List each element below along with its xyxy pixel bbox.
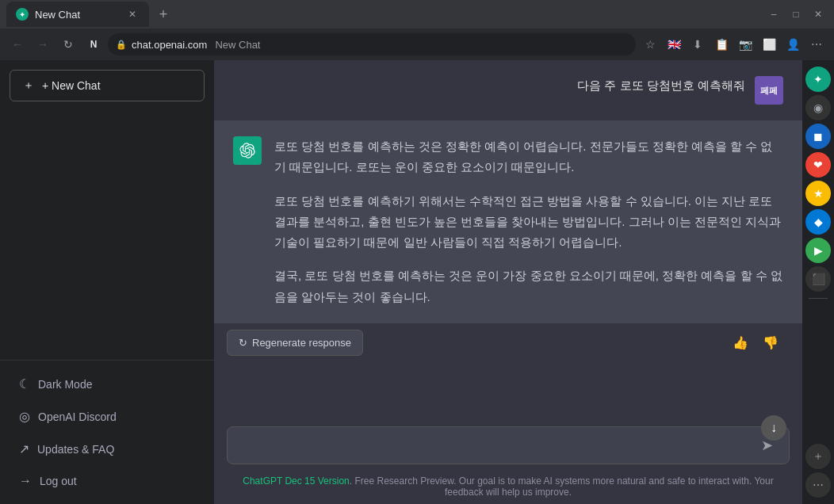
refresh-button[interactable]: ↻ (57, 33, 79, 55)
user-avatar: 페페 (755, 76, 783, 105)
forward-button[interactable]: → (32, 33, 54, 55)
footer-text: ChatGPT Dec 15 Version. Free Research Pr… (214, 471, 802, 504)
right-panel-app4-icon[interactable]: ❤ (805, 152, 831, 178)
version-link[interactable]: ChatGPT Dec 15 Version (243, 475, 350, 487)
maximize-button[interactable]: □ (786, 5, 805, 24)
user-message-row: 페페 다음 주 로또 당첨번호 예측해줘 (214, 60, 802, 120)
ai-paragraph-3: 결국, 로또 당첨 번호를 예측하는 것은 운이 가장 중요한 요소이기 때문에… (274, 265, 783, 307)
right-panel-app6-icon[interactable]: ◆ (805, 209, 831, 235)
tab-favicon-icon: ✦ (16, 8, 29, 21)
main-chat-area: 페페 다음 주 로또 당첨번호 예측해줘 로또 당첨 번호를 예측하는 것은 정… (214, 60, 802, 504)
dark-mode-label: Dark Mode (38, 378, 92, 391)
active-tab[interactable]: ✦ New Chat ✕ (6, 2, 149, 27)
regenerate-label: Regenerate response (252, 337, 351, 349)
faq-label: Updates & FAQ (37, 443, 114, 456)
tab-close-button[interactable]: ✕ (125, 7, 140, 21)
vote-area: 👍 👎 (728, 332, 790, 353)
input-wrapper: ➤ (227, 426, 790, 464)
window-controls: – □ ✕ (764, 5, 828, 24)
language-button[interactable]: 🇬🇧 (663, 33, 685, 55)
chat-messages: 페페 다음 주 로또 당첨번호 예측해줘 로또 당첨 번호를 예측하는 것은 정… (214, 60, 802, 420)
discord-label: OpenAI Discord (38, 410, 117, 423)
right-panel-app8-icon[interactable]: ⬛ (805, 266, 831, 292)
user-bubble: 페페 다음 주 로또 당첨번호 예측해줘 (577, 76, 783, 105)
app-container: ＋ + New Chat ☾ Dark Mode ◎ OpenAI Discor… (0, 60, 834, 504)
ai-response-text: 로또 당첨 번호를 예측하는 것은 정확한 예측이 어렵습니다. 전문가들도 정… (274, 136, 783, 307)
actions-row: ↻ Regenerate response 👍 👎 (214, 323, 802, 359)
right-panel-app2-icon[interactable]: ◉ (805, 95, 831, 120)
thumbs-down-button[interactable]: 👎 (758, 332, 783, 353)
nav-right-controls: ☆ 🇬🇧 ⬇ 📋 📷 ⬜ 👤 ⋯ (639, 33, 828, 55)
sidebar-spacer (0, 111, 214, 360)
user-message-text: 다음 주 로또 당첨번호 예측해줘 (577, 76, 745, 95)
openai-logo-icon (239, 143, 255, 158)
thumbs-up-button[interactable]: 👍 (728, 332, 753, 353)
ai-message-inner: 로또 당첨 번호를 예측하는 것은 정확한 예측이 어렵습니다. 전문가들도 정… (233, 136, 783, 307)
address-suffix: New Chat (215, 39, 260, 51)
lock-icon: 🔒 (116, 40, 127, 50)
ai-paragraph-2: 로또 당첨 번호를 예측하기 위해서는 수학적인 접근 방법을 사용할 수 있습… (274, 191, 783, 254)
right-panel-divider (809, 298, 828, 299)
back-button[interactable]: ← (6, 33, 29, 55)
bookmark-star-button[interactable]: ☆ (639, 33, 661, 55)
new-chat-label: + New Chat (42, 79, 101, 92)
scroll-down-button[interactable]: ↓ (761, 415, 786, 441)
right-panel-app3-icon[interactable]: ◼ (805, 124, 831, 149)
discord-icon: ◎ (19, 409, 30, 424)
right-panel-more-icon[interactable]: ⋯ (805, 472, 831, 498)
split-view-button[interactable]: ⬜ (758, 33, 780, 55)
ai-avatar (233, 136, 262, 165)
sidebar-item-faq[interactable]: ↗ Updates & FAQ (6, 433, 208, 464)
right-panel-app7-icon[interactable]: ▶ (805, 238, 831, 263)
sidebar-item-logout[interactable]: → Log out (6, 466, 208, 496)
download-button[interactable]: ⬇ (687, 33, 709, 55)
new-tab-button[interactable]: + (152, 3, 174, 25)
right-panel-add-icon[interactable]: ＋ (805, 444, 831, 469)
logout-label: Log out (40, 475, 77, 487)
regenerate-button[interactable]: ↻ Regenerate response (227, 330, 363, 356)
external-link-icon: ↗ (19, 441, 29, 456)
chat-input[interactable] (237, 436, 755, 455)
profile-button[interactable]: 👤 (782, 33, 804, 55)
screenshot-button[interactable]: 📷 (734, 33, 756, 55)
navigation-bar: ← → ↻ N 🔒 chat.openai.com New Chat ☆ 🇬🇧 … (0, 29, 834, 60)
tab-bar: ✦ New Chat ✕ + – □ ✕ (0, 0, 834, 29)
reading-list-button[interactable]: 📋 (710, 33, 733, 55)
sidebar: ＋ + New Chat ☾ Dark Mode ◎ OpenAI Discor… (0, 60, 214, 504)
tab-title: New Chat (35, 9, 119, 21)
right-panel-app5-icon[interactable]: ★ (805, 181, 831, 206)
right-panel-chatgpt-icon[interactable]: ✦ (805, 67, 831, 92)
dark-mode-icon: ☾ (19, 376, 30, 391)
address-bar[interactable]: 🔒 chat.openai.com New Chat (108, 33, 636, 55)
extensions-button[interactable]: ⋯ (805, 33, 828, 55)
plus-icon: ＋ (23, 78, 34, 93)
regenerate-icon: ↻ (239, 337, 247, 349)
sidebar-bottom: ☾ Dark Mode ◎ OpenAI Discord ↗ Updates &… (0, 360, 214, 504)
sidebar-item-discord[interactable]: ◎ OpenAI Discord (6, 401, 208, 432)
logout-icon: → (19, 474, 32, 488)
new-chat-button[interactable]: ＋ + New Chat (10, 70, 205, 101)
address-text: chat.openai.com (132, 39, 207, 51)
input-area: ➤ (214, 420, 802, 471)
close-window-button[interactable]: ✕ (809, 5, 828, 24)
minimize-button[interactable]: – (764, 5, 783, 24)
ai-message-row: 로또 당첨 번호를 예측하는 것은 정확한 예측이 어렵습니다. 전문가들도 정… (214, 120, 802, 323)
sidebar-item-dark-mode[interactable]: ☾ Dark Mode (6, 368, 208, 399)
notion-button[interactable]: N (82, 33, 105, 55)
footer-body: . Free Research Preview. Our goal is to … (350, 475, 774, 498)
right-panel: ✦ ◉ ◼ ❤ ★ ◆ ▶ ⬛ ＋ ⋯ (802, 60, 834, 504)
ai-paragraph-1: 로또 당첨 번호를 예측하는 것은 정확한 예측이 어렵습니다. 전문가들도 정… (274, 136, 783, 178)
